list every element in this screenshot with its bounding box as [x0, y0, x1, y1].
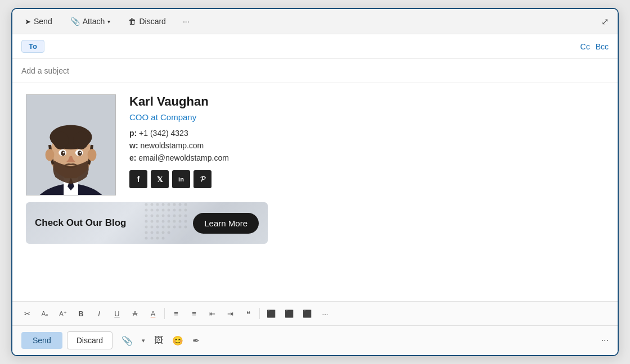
- svg-point-9: [46, 149, 55, 161]
- subject-input[interactable]: [21, 66, 609, 75]
- bottom-discard-button[interactable]: Discard: [67, 331, 112, 349]
- svg-point-59: [156, 231, 159, 234]
- svg-point-64: [156, 237, 159, 240]
- attach-icon-button[interactable]: 📎: [119, 333, 135, 348]
- more-options-button[interactable]: ···: [183, 17, 190, 26]
- format-color-button[interactable]: A: [145, 306, 161, 321]
- format-bold-button[interactable]: B: [73, 306, 89, 321]
- action-bar: Send Discard 📎 ▾ 🖼 😊 ✒ ···: [12, 325, 618, 355]
- phone-label: p:: [129, 129, 137, 138]
- image-icon-button[interactable]: 🖼: [152, 333, 165, 348]
- send-icon: ➤: [25, 17, 31, 26]
- learn-more-button[interactable]: Learn More: [193, 213, 259, 234]
- svg-point-38: [173, 215, 176, 217]
- pinterest-icon[interactable]: 𝓟: [194, 170, 212, 188]
- svg-point-25: [145, 209, 148, 212]
- format-cut-button[interactable]: ✂: [19, 306, 35, 321]
- email-body[interactable]: Karl Vaughan COO at Company p: +1 (342) …: [12, 83, 618, 301]
- format-align-left2-button[interactable]: ⬛: [263, 306, 279, 321]
- web-label: w:: [129, 141, 138, 150]
- format-font-size-increase-button[interactable]: A⁺: [55, 306, 71, 321]
- format-strikethrough-button[interactable]: A: [127, 306, 143, 321]
- svg-point-63: [151, 237, 154, 240]
- signature-phone: p: +1 (342) 4323: [129, 129, 229, 138]
- svg-point-40: [184, 215, 187, 217]
- svg-point-61: [168, 231, 170, 234]
- svg-point-49: [145, 226, 148, 229]
- svg-point-34: [151, 215, 154, 217]
- web-value: newoldstamp.com: [140, 141, 204, 150]
- svg-point-58: [151, 231, 154, 234]
- signature-banner: Check Out Our Blog Learn More: [26, 202, 268, 244]
- format-more-button[interactable]: ···: [317, 306, 333, 321]
- format-italic-button[interactable]: I: [91, 306, 107, 321]
- phone-value: +1 (342) 4323: [139, 129, 188, 138]
- top-toolbar: ➤ Send 📎 Attach ▾ 🗑 Discard ··· ⤢: [12, 9, 618, 34]
- svg-point-42: [151, 220, 154, 223]
- format-indent-decrease-button[interactable]: ⇤: [204, 306, 220, 321]
- email-signature: Karl Vaughan COO at Company p: +1 (342) …: [26, 94, 604, 244]
- discard-button[interactable]: 🗑 Discard: [125, 15, 169, 28]
- signature-top: Karl Vaughan COO at Company p: +1 (342) …: [26, 94, 604, 195]
- svg-point-26: [151, 209, 154, 212]
- cc-bcc-area: Cc Bcc: [580, 42, 609, 51]
- format-underline-button[interactable]: U: [109, 306, 125, 321]
- send-button[interactable]: ➤ Send: [21, 15, 56, 28]
- action-icons: 📎 ▾ 🖼 😊 ✒: [119, 333, 202, 348]
- emoji-icon-button[interactable]: 😊: [170, 333, 186, 348]
- format-align-center-button[interactable]: ⬛: [281, 306, 297, 321]
- format-quote-button[interactable]: ❝: [240, 306, 256, 321]
- linkedin-icon[interactable]: in: [172, 170, 190, 188]
- svg-point-54: [173, 226, 176, 229]
- svg-point-28: [162, 209, 165, 212]
- svg-point-32: [184, 209, 187, 212]
- svg-point-30: [173, 209, 176, 212]
- svg-point-35: [156, 215, 159, 217]
- signature-icon-button[interactable]: ✒: [190, 333, 202, 348]
- discard-label: Discard: [139, 17, 165, 26]
- email-value: email@newoldstamp.com: [138, 153, 229, 162]
- format-indent-increase-button[interactable]: ⇥: [222, 306, 238, 321]
- format-align-right-button[interactable]: ⬛: [299, 306, 315, 321]
- svg-point-31: [179, 209, 182, 212]
- to-input[interactable]: [50, 42, 580, 51]
- svg-point-22: [173, 203, 176, 206]
- svg-point-65: [162, 237, 165, 240]
- svg-point-56: [184, 226, 187, 229]
- svg-point-41: [145, 220, 148, 223]
- twitter-icon[interactable]: 𝕏: [151, 170, 169, 188]
- signature-info: Karl Vaughan COO at Company p: +1 (342) …: [129, 94, 229, 188]
- svg-point-29: [168, 209, 170, 212]
- facebook-icon[interactable]: f: [129, 170, 147, 188]
- format-list-button[interactable]: ≡: [186, 306, 202, 321]
- signature-name: Karl Vaughan: [129, 94, 229, 109]
- bcc-button[interactable]: Bcc: [596, 42, 609, 51]
- svg-point-43: [156, 220, 159, 223]
- format-font-size-decrease-button[interactable]: Aₓ: [37, 306, 53, 321]
- attach-label: Attach: [83, 17, 105, 26]
- discard-icon: 🗑: [128, 17, 136, 26]
- svg-point-23: [179, 203, 182, 206]
- cc-button[interactable]: Cc: [580, 42, 590, 51]
- svg-point-20: [162, 203, 165, 206]
- bottom-send-button[interactable]: Send: [21, 332, 62, 349]
- svg-point-44: [162, 220, 165, 223]
- svg-point-62: [145, 237, 148, 240]
- to-row: To Cc Bcc: [12, 34, 618, 59]
- action-more-button[interactable]: ···: [601, 335, 609, 345]
- attach-chevron-button[interactable]: ▾: [140, 335, 147, 347]
- svg-point-52: [162, 226, 165, 229]
- svg-point-39: [179, 215, 182, 217]
- expand-button[interactable]: ⤢: [601, 16, 609, 27]
- attach-icon: 📎: [70, 17, 80, 26]
- svg-point-50: [151, 226, 154, 229]
- svg-point-15: [63, 152, 65, 153]
- svg-point-48: [184, 220, 187, 223]
- attach-button[interactable]: 📎 Attach ▾: [67, 15, 114, 28]
- format-divider-2: [259, 308, 260, 319]
- format-align-left-button[interactable]: ≡: [168, 306, 184, 321]
- signature-avatar: [26, 94, 116, 195]
- signature-socials: f 𝕏 in 𝓟: [129, 170, 229, 188]
- to-label[interactable]: To: [21, 40, 44, 53]
- banner-dots: [144, 202, 189, 244]
